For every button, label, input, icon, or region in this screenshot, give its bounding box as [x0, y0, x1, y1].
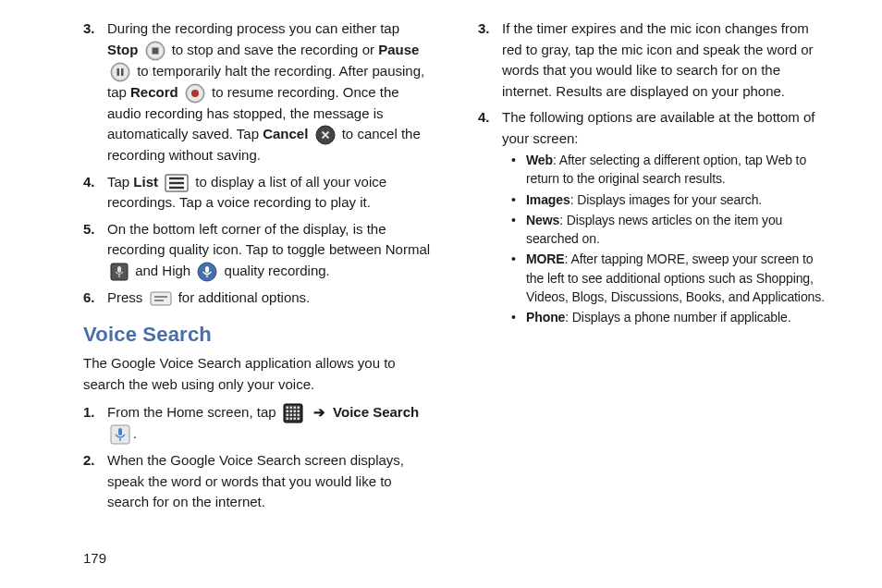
svg-rect-30 [297, 407, 300, 410]
svg-point-4 [113, 64, 129, 80]
mic-normal-icon [110, 263, 129, 281]
bullet-marker: • [508, 211, 526, 249]
bullet-text: : Displays images for your search. [570, 192, 762, 207]
bullet-text: : Displays news articles on the item you… [526, 213, 782, 246]
record-icon [185, 83, 205, 104]
bullet-body: Images: Displays images for your search. [526, 190, 827, 209]
menu-icon [150, 291, 172, 306]
list-icon [165, 174, 189, 192]
step-number: 4. [478, 107, 502, 329]
bullet-item: • MORE: After tapping MORE, sweep your s… [508, 250, 827, 306]
text-run [178, 84, 182, 100]
stop-icon [145, 41, 165, 61]
text-run: and High [131, 263, 194, 278]
svg-rect-31 [286, 410, 288, 413]
svg-point-9 [191, 90, 199, 97]
bullet-label: Images [526, 192, 570, 207]
svg-rect-27 [286, 407, 288, 410]
text-run: On the bottom left corner of the display… [107, 221, 430, 258]
bullet-item: • Images: Displays images for your searc… [508, 190, 827, 209]
two-column-layout: 3. During the recording process you can … [37, 18, 845, 536]
text-run: Press [107, 289, 147, 305]
page-number: 179 [83, 550, 106, 566]
text-run [308, 126, 312, 141]
mic-high-icon [197, 262, 217, 282]
text-run: The following options are available at t… [502, 109, 815, 146]
bold-text: Pause [378, 42, 419, 57]
step-number: 6. [83, 288, 107, 309]
left-column: 3. During the recording process you can … [37, 18, 432, 536]
numbered-step: 5. On the bottom left corner of the disp… [83, 219, 432, 282]
right-column: 3. If the timer expires and the mic icon… [469, 18, 845, 536]
step-body: On the bottom left corner of the display… [107, 219, 432, 282]
numbered-step: 2. When the Google Voice Search screen d… [83, 450, 432, 513]
svg-rect-5 [117, 68, 120, 76]
step-body: The following options are available at t… [502, 107, 827, 329]
arrow-icon: ➔ [313, 404, 325, 420]
text-run: When the Google Voice Search screen disp… [107, 452, 404, 509]
svg-rect-44 [118, 428, 122, 435]
svg-rect-41 [293, 418, 296, 421]
bullet-body: News: Displays news articles on the item… [526, 211, 827, 249]
bullet-label: Phone [526, 310, 565, 325]
step-number: 3. [83, 18, 107, 166]
bullet-text: : After tapping MORE, sweep your screen … [526, 251, 825, 304]
pause-icon [110, 62, 130, 82]
text-run: Tap [107, 174, 133, 190]
step-number: 4. [83, 172, 107, 214]
bullet-marker: • [508, 308, 526, 326]
svg-rect-21 [205, 266, 209, 273]
section-lead: The Google Voice Search application allo… [83, 353, 432, 395]
apps-icon [283, 403, 303, 423]
bold-text: Voice Search [333, 404, 419, 420]
svg-rect-37 [293, 414, 296, 417]
bullet-item: • Phone: Displays a phone number if appl… [508, 308, 827, 326]
svg-rect-34 [297, 410, 300, 413]
svg-rect-35 [286, 414, 288, 417]
bullet-item: • News: Displays news articles on the it… [508, 211, 827, 249]
bullet-label: News [526, 213, 559, 227]
step-number: 3. [478, 18, 502, 102]
numbered-step: 3. During the recording process you can … [83, 18, 432, 166]
bullet-body: MORE: After tapping MORE, sweep your scr… [526, 250, 827, 306]
step-number: 1. [83, 402, 107, 445]
voice-search-icon [110, 424, 130, 445]
bullet-marker: • [508, 250, 526, 306]
step-body: If the timer expires and the mic icon ch… [502, 18, 827, 102]
svg-rect-33 [293, 410, 296, 413]
bullet-item: • Web: After selecting a different optio… [508, 151, 827, 189]
svg-rect-40 [289, 418, 292, 421]
numbered-step: 6. Press for additional options. [83, 288, 432, 309]
svg-rect-23 [151, 292, 171, 305]
text-run: to stop and save the recording or [168, 42, 379, 57]
bullet-label: MORE [526, 251, 565, 266]
text-run [306, 404, 310, 420]
text-run: for additional options. [175, 289, 311, 305]
text-run: . [133, 425, 137, 441]
step-body: When the Google Voice Search screen disp… [107, 450, 432, 513]
step-body: From the Home screen, tap ➔ Voice Search… [107, 402, 432, 445]
bullet-marker: • [508, 190, 526, 209]
bullet-text: : Displays a phone number if applicable. [565, 310, 790, 325]
numbered-step: 4. Tap List to display a list of all you… [83, 172, 432, 214]
bullet-marker: • [508, 151, 526, 189]
step-body: Tap List to display a list of all your v… [107, 172, 432, 214]
step-number: 2. [83, 450, 107, 513]
svg-rect-39 [286, 418, 288, 421]
svg-rect-6 [121, 68, 124, 76]
text-run [158, 174, 162, 190]
bold-text: Stop [107, 42, 138, 57]
svg-rect-32 [289, 410, 292, 413]
step-body: Press for additional options. [107, 288, 432, 309]
text-run: If the timer expires and the mic icon ch… [502, 20, 814, 99]
bullet-label: Web [526, 153, 553, 167]
bold-text: Cancel [263, 126, 308, 141]
step-body: During the recording process you can eit… [107, 18, 432, 166]
svg-rect-29 [293, 407, 296, 410]
bold-text: List [133, 174, 158, 190]
section-heading-voice-search: Voice Search [83, 319, 432, 349]
bullet-text: : After selecting a different option, ta… [526, 153, 806, 186]
bullet-body: Web: After selecting a different option,… [526, 151, 827, 189]
svg-rect-28 [289, 407, 292, 410]
bullet-list: • Web: After selecting a different optio… [502, 151, 827, 327]
